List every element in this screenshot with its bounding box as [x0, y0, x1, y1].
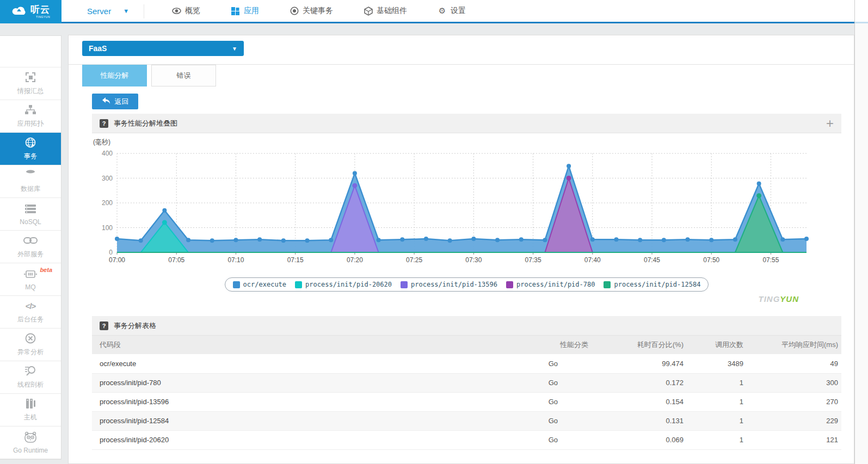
table-cell: 49	[743, 354, 841, 373]
nav-item-overview[interactable]: 概览	[157, 0, 216, 22]
table-cell: Go	[501, 430, 588, 449]
main-content: FaaS ▼ 性能分解 错误 返回 ? 事务性能分解堆叠图 + (毫秒) 010…	[68, 35, 854, 464]
sidebar-item-label: NoSQL	[20, 218, 41, 226]
sidebar-item-intel-summary[interactable]: 情报汇总	[0, 67, 61, 100]
code-icon: </>	[26, 300, 36, 312]
x-tick-label: 07:15	[287, 256, 304, 264]
application-dropdown[interactable]: FaaS ▼	[82, 41, 244, 56]
sidebar-item-label: 主机	[24, 413, 37, 422]
code-segment-cell[interactable]: process/init/pid-13596	[92, 392, 501, 411]
nav-item-settings[interactable]: ⚙ 设置	[422, 0, 481, 22]
sidebar-item-apps-menu[interactable]	[0, 36, 61, 67]
sidebar-item-database[interactable]: 数据库	[0, 165, 61, 198]
x-tick-label: 07:05	[168, 256, 184, 264]
watermark-yun: YUN	[780, 294, 799, 304]
sidebar-item-transactions[interactable]: 事务	[0, 133, 61, 165]
x-tick-label: 07:25	[406, 256, 422, 264]
x-tick-label: 07:45	[644, 256, 660, 264]
legend-item[interactable]: process/init/pid-12584	[604, 281, 700, 288]
app-grid-icon	[231, 7, 240, 16]
sidebar-item-label: 异常分析	[17, 348, 44, 357]
sidebar-item-label: 外部服务	[17, 250, 44, 259]
application-dropdown-value: FaaS	[89, 44, 107, 53]
database-icon	[24, 169, 36, 181]
tab-performance-breakdown[interactable]: 性能分解	[82, 65, 147, 86]
product-switcher[interactable]: Server ▼	[87, 0, 129, 22]
x-tick-label: 07:30	[465, 256, 482, 264]
server-icon	[25, 398, 36, 410]
brand-logo[interactable]: 听云 TINGYUN	[0, 0, 61, 23]
nosql-icon	[24, 203, 36, 215]
help-icon[interactable]: ?	[100, 119, 108, 128]
legend-swatch	[233, 281, 240, 288]
legend-item[interactable]: process/init/pid-20620	[295, 281, 392, 288]
summary-icon	[26, 71, 35, 83]
sidebar-item-go-runtime[interactable]: Go Runtime	[0, 426, 61, 459]
chart-panel-title: 事务性能分解堆叠图	[114, 119, 177, 128]
legend-item[interactable]: process/init/pid-780	[506, 281, 595, 288]
back-button[interactable]: 返回	[92, 94, 138, 109]
y-tick-label: 300	[102, 175, 113, 182]
sidebar-item-exception-analysis[interactable]: 异常分析	[0, 329, 61, 361]
legend-item[interactable]: process/init/pid-13596	[401, 281, 497, 288]
link-icon	[23, 234, 38, 246]
stacked-area-chart: 010020030040007:0007:0507:1007:1507:2007…	[92, 147, 841, 273]
table-row[interactable]: process/init/pid-20620Go0.0691121	[92, 430, 841, 449]
sidebar-item-nosql[interactable]: NoSQL	[0, 198, 61, 231]
top-nav: 听云 TINGYUN Server ▼ 概览 应用 关键事务	[0, 0, 868, 23]
table-row[interactable]: ocr/executeGo99.474348949	[92, 354, 841, 373]
sidebar-item-thread-profiler[interactable]: 线程剖析	[0, 361, 61, 394]
table-cell: 300	[743, 373, 841, 392]
table-cell: 99.474	[588, 354, 684, 373]
page-scrollbar[interactable]	[854, 0, 868, 464]
help-icon[interactable]: ?	[100, 321, 108, 330]
table-row[interactable]: process/init/pid-12584Go0.1311229	[92, 411, 841, 430]
code-segment-cell[interactable]: process/init/pid-20620	[92, 430, 501, 449]
nav-item-infrastructure[interactable]: 基础组件	[348, 0, 422, 22]
x-tick-label: 07:40	[584, 256, 601, 264]
nav-item-applications[interactable]: 应用	[216, 0, 274, 22]
table-cell: 229	[743, 411, 841, 430]
legend-item[interactable]: ocr/execute	[233, 281, 286, 288]
code-segment-cell[interactable]: process/init/pid-12584	[92, 411, 501, 430]
table-row[interactable]: process/init/pid-780Go0.1721300	[92, 373, 841, 392]
brand-name: 听云	[30, 4, 50, 15]
target-icon	[290, 7, 299, 16]
table-column-header: 性能分类	[501, 336, 588, 354]
caret-down-icon: ▼	[123, 8, 129, 14]
table-column-header: 调用次数	[684, 336, 743, 354]
nav-item-key-transactions[interactable]: 关键事务	[274, 0, 348, 22]
nav-item-label: 基础组件	[377, 6, 407, 16]
table-cell: 0.131	[588, 411, 684, 430]
x-tick-label: 07:20	[347, 256, 363, 264]
sidebar-item-external-services[interactable]: 外部服务	[0, 231, 61, 263]
sidebar-item-mq[interactable]: beta MQ	[0, 263, 61, 296]
y-tick-label: 200	[102, 199, 113, 207]
table-row[interactable]: process/init/pid-13596Go0.1541270	[92, 392, 841, 411]
nav-item-label: 概览	[185, 6, 200, 16]
table-column-header: 平均响应时间(ms)	[743, 336, 841, 354]
expand-icon[interactable]: +	[826, 117, 834, 130]
queue-icon	[23, 268, 38, 280]
legend-swatch	[295, 281, 302, 288]
code-segment-cell[interactable]: ocr/execute	[92, 354, 501, 373]
watermark-ting: TING	[758, 294, 780, 304]
code-segment-cell[interactable]: process/init/pid-780	[92, 373, 501, 392]
table-cell: 1	[684, 373, 743, 392]
chart-body: (毫秒) 010020030040007:0007:0507:1007:1507…	[92, 133, 841, 292]
table-cell: 1	[684, 430, 743, 449]
sidebar-item-app-topology[interactable]: 应用拓扑	[0, 100, 61, 133]
legend-swatch	[506, 281, 513, 288]
cube-icon	[364, 7, 373, 16]
sidebar-item-background-tasks[interactable]: </> 后台任务	[0, 296, 61, 329]
globe-icon	[24, 137, 36, 149]
tab-errors[interactable]: 错误	[151, 65, 216, 86]
table-cell: Go	[501, 392, 588, 411]
chart-legend: ocr/executeprocess/init/pid-20620process…	[225, 277, 709, 292]
sidebar-item-label: MQ	[25, 283, 35, 291]
y-tick-label: 400	[102, 150, 113, 157]
sidebar-item-hosts[interactable]: 主机	[0, 394, 61, 426]
table-cell: 0.069	[588, 430, 684, 449]
chart-panel: ? 事务性能分解堆叠图 + (毫秒) 010020030040007:0007:…	[92, 114, 841, 292]
nav-items: 概览 应用 关键事务 基础组件 ⚙ 设置	[157, 0, 481, 22]
